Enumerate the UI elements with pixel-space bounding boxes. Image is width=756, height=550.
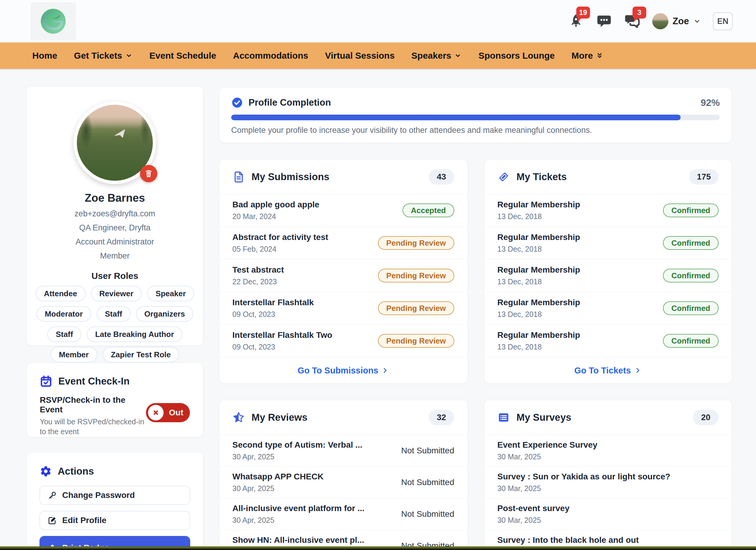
submission-row[interactable]: Bad apple good apple 20 Mar, 2024 Accept… [219, 194, 467, 227]
checkin-out-toggle[interactable]: Out [146, 403, 190, 422]
my-tickets-card: My Tickets 175 Regular Membership 13 Dec… [484, 159, 732, 384]
user-roles-title: User Roles [27, 271, 203, 281]
ticket-title: Regular Membership [497, 298, 580, 307]
survey-title: Survey : Sun or Yakida as our light sour… [497, 472, 670, 482]
review-row[interactable]: All-inclusive event platform for ... 30 … [219, 498, 467, 530]
profile-email: zeb+zoes@dryfta.com [27, 209, 203, 218]
announcements-rocket-icon[interactable]: 19 [568, 13, 584, 29]
nav-speakers[interactable]: Speakers [411, 51, 462, 61]
ticket-row[interactable]: Regular Membership 13 Dec, 2018 Confirme… [484, 259, 732, 292]
status-badge: Confirmed [663, 269, 719, 283]
event-checkin-card: Event Check-In RSVP/Check-in to the Even… [26, 363, 203, 438]
survey-date: 30 Mar, 2025 [497, 516, 569, 525]
ticket-date: 13 Dec, 2018 [497, 212, 580, 221]
role-chip: Late Breaking Author [87, 327, 182, 342]
submission-title: Abstract for activity test [232, 232, 328, 242]
language-selector[interactable]: EN [713, 12, 733, 30]
review-date: 30 Apr, 2025 [232, 453, 362, 461]
role-chip: Reviewer [91, 286, 142, 301]
role-chip: Zapier Test Role [103, 347, 179, 362]
nav-virtual-sessions[interactable]: Virtual Sessions [325, 51, 395, 61]
avatar-wrap [74, 101, 156, 184]
roles-row: Member Zapier Test Role [27, 347, 203, 362]
ticket-row[interactable]: Regular Membership 13 Dec, 2018 Confirme… [484, 292, 732, 325]
nav-more[interactable]: More [571, 51, 603, 61]
checkin-heading: RSVP/Check-in to the Event [40, 395, 146, 415]
check-circle-icon [231, 97, 243, 109]
nav-label: Accommodations [233, 51, 308, 61]
completion-title: Profile Completion [249, 97, 331, 108]
rocket-notification-badge: 19 [576, 7, 590, 19]
ticket-title: Regular Membership [497, 232, 580, 242]
ticket-date: 13 Dec, 2018 [497, 245, 580, 253]
submission-title: Bad apple good apple [232, 200, 319, 209]
submission-row[interactable]: Interstellar Flashtalk 09 Oct, 2023 Pend… [219, 292, 467, 325]
ticket-icon [497, 170, 510, 183]
survey-date: 30 Mar, 2025 [497, 453, 598, 461]
review-title: Second type of Autism: Verbal ... [232, 440, 362, 450]
submission-row[interactable]: Interstellar Flashtalk Two 09 Oct, 2023 … [219, 325, 467, 357]
go-to-tickets-link[interactable]: Go To Tickets [484, 357, 732, 384]
survey-row[interactable]: Survey : Sun or Yakida as our light sour… [484, 467, 732, 498]
review-date: 30 Apr, 2025 [232, 516, 365, 525]
role-chip: Staff [97, 306, 131, 322]
survey-row[interactable]: Post-event survey 30 Mar, 2025 [484, 498, 732, 530]
card-title: My Surveys [516, 412, 571, 423]
delete-photo-button[interactable] [140, 165, 157, 182]
nav-sponsors-lounge[interactable]: Sponsors Lounge [478, 51, 555, 61]
submission-title: Interstellar Flashtalk Two [232, 330, 332, 340]
survey-date: 30 Mar, 2025 [497, 484, 670, 493]
survey-list-icon [497, 411, 510, 424]
ticket-row[interactable]: Regular Membership 13 Dec, 2018 Confirme… [484, 227, 732, 259]
role-chip: Moderator [36, 306, 91, 322]
messages-icon[interactable]: 3 [624, 13, 640, 29]
status-badge: Confirmed [663, 203, 719, 217]
nav-label: Get Tickets [74, 51, 122, 61]
x-circle-icon [148, 405, 164, 421]
toggle-label: Out [169, 408, 183, 418]
user-menu[interactable]: Zoe [652, 13, 701, 29]
submission-row[interactable]: Abstract for activity test 05 Feb, 2024 … [219, 227, 467, 259]
role-chip: Member [51, 347, 97, 362]
review-status: Not Submitted [401, 478, 454, 487]
ticket-row[interactable]: Regular Membership 13 Dec, 2018 Confirme… [484, 325, 732, 357]
change-password-button[interactable]: Change Password [39, 486, 190, 505]
submission-date: 22 Dec, 2023 [232, 278, 284, 286]
chat-icon[interactable] [596, 13, 612, 29]
review-row[interactable]: Whatsapp APP CHECK 30 Apr, 2025 Not Subm… [219, 467, 467, 498]
survey-row[interactable]: Event Experience Survey 30 Mar, 2025 [484, 435, 732, 467]
edit-profile-button[interactable]: Edit Profile [39, 511, 190, 530]
submission-row[interactable]: Test abstract 22 Dec, 2023 Pending Revie… [219, 259, 467, 292]
link-label: Go To Tickets [574, 366, 631, 376]
roles-row: Moderator Staff Organizers [27, 306, 203, 322]
brand-logo[interactable] [31, 2, 76, 40]
nav-accommodations[interactable]: Accommodations [233, 51, 308, 61]
review-date: 30 Apr, 2025 [232, 484, 324, 493]
chevron-right-icon [634, 367, 642, 374]
star-half-icon [232, 411, 245, 424]
nav-home[interactable]: Home [32, 51, 57, 61]
edit-icon [48, 516, 57, 525]
submission-date: 20 Mar, 2024 [232, 212, 319, 221]
nav-event-schedule[interactable]: Event Schedule [150, 51, 216, 61]
profile-job: QA Engineer, Dryfta [27, 223, 203, 232]
checkin-title: Event Check-In [58, 376, 129, 387]
go-to-submissions-link[interactable]: Go To Submissions [219, 357, 467, 384]
profile-card: Zoe Barnes zeb+zoes@dryfta.com QA Engine… [26, 86, 203, 346]
role-chip: Speaker [147, 286, 194, 301]
checkin-header: Event Check-In [27, 363, 203, 388]
nav-get-tickets[interactable]: Get Tickets [74, 51, 132, 61]
chevron-right-icon [381, 367, 389, 374]
role-chip: Attendee [36, 286, 86, 301]
review-row[interactable]: Second type of Autism: Verbal ... 30 Apr… [219, 435, 467, 467]
trash-icon [144, 169, 153, 178]
ticket-date: 13 Dec, 2018 [497, 343, 580, 351]
nav-label: Home [32, 51, 57, 61]
review-title: Whatsapp APP CHECK [232, 472, 324, 482]
ticket-title: Regular Membership [497, 200, 580, 209]
status-badge: Pending Review [378, 334, 454, 348]
ticket-row[interactable]: Regular Membership 13 Dec, 2018 Confirme… [484, 194, 732, 227]
gear-icon [40, 465, 52, 477]
user-avatar [652, 13, 668, 29]
status-badge: Confirmed [663, 236, 719, 250]
